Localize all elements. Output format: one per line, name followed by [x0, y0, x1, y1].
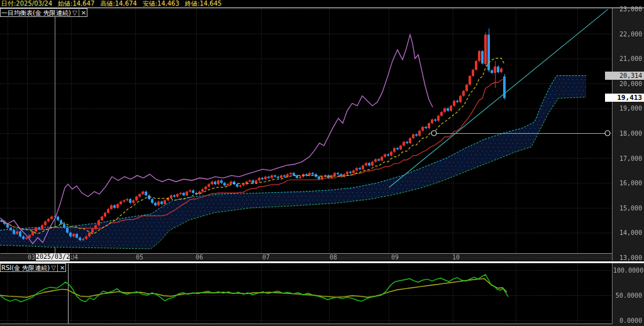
x-axis-tick-label: 06	[196, 254, 203, 261]
y-axis-tick-label: 17,000	[613, 155, 642, 162]
trading-terminal: 日付:2025/03/24 始値:14,647 高値:14,674 安値:14,…	[0, 0, 644, 326]
ichimoku-indicator-box: 一目均衡表(金 先限連続) ▽ ✕	[0, 8, 87, 17]
rsi-indicator-box: RSI(金 先限連続) ▽ ✕	[0, 263, 66, 272]
collapse-triangle-icon[interactable]: ▽	[51, 264, 56, 271]
y-axis-tick-label: 14,000	[613, 229, 642, 236]
x-axis-tick-label: 05	[136, 254, 143, 261]
ichimoku-indicator-label: 一目均衡表(金 先限連続)	[1, 9, 71, 16]
close-icon[interactable]: ✕	[57, 264, 65, 271]
rsi-axis-tick-label: 0.0000	[613, 317, 642, 324]
selected-date-badge: 2025/03/24	[36, 253, 70, 261]
x-axis-tick-label: 07	[262, 254, 270, 261]
rsi-axis-tick-label: 100.0000	[613, 267, 642, 274]
current-price-badge: 19,413	[605, 94, 644, 102]
x-axis-tick-label: 03	[28, 254, 35, 261]
y-axis-tick-label: 22,000	[613, 31, 642, 38]
x-axis-tick-label: 09	[391, 254, 399, 261]
y-axis-tick-label: 21,000	[613, 55, 642, 62]
y-axis-tick-label: 19,000	[613, 105, 642, 112]
y-axis-tick-label: 13,000	[613, 254, 642, 261]
y-axis-tick-label: 15,000	[613, 205, 642, 212]
rsi-axis-tick-label: 50.0000	[613, 292, 642, 299]
quote-open: 始値:14,647	[58, 0, 94, 8]
quote-low: 安値:14,463	[143, 0, 179, 8]
y-axis-tick-label: 16,000	[613, 180, 642, 187]
rsi-indicator-label: RSI(金 先限連続)	[1, 264, 50, 271]
quote-close: 終値:14,645	[185, 0, 221, 8]
chart-canvas[interactable]	[0, 0, 644, 326]
quote-title-bar: 日付:2025/03/24 始値:14,647 高値:14,674 安値:14,…	[0, 0, 644, 8]
quote-high: 高値:14,674	[100, 0, 136, 8]
y-axis-tick-label: 18,000	[613, 130, 642, 137]
y-axis-tick-label: 20,000	[613, 80, 642, 87]
y-axis-tick-label: 23,000	[613, 6, 642, 13]
quote-date: 日付:2025/03/24	[1, 0, 52, 8]
collapse-triangle-icon[interactable]: ▽	[72, 9, 77, 16]
cloud-top-price-badge: 20,314	[605, 72, 644, 80]
x-axis-tick-label: 08	[330, 254, 337, 261]
close-icon[interactable]: ✕	[79, 9, 86, 16]
x-axis-tick-label: 10	[452, 254, 460, 261]
